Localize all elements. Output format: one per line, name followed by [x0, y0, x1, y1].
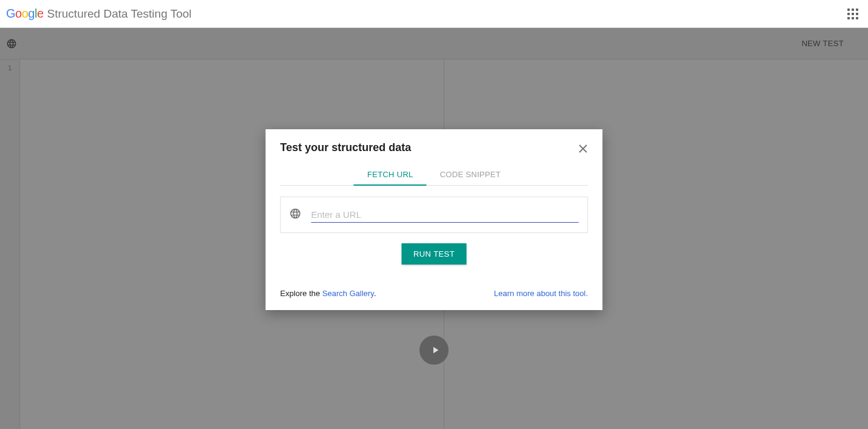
modal-tabs: FETCH URL CODE SNIPPET: [280, 164, 588, 186]
explore-suffix: .: [374, 289, 376, 298]
modal-footer: Explore the Search Gallery. Learn more a…: [266, 272, 603, 310]
modal-header: Test your structured data: [266, 129, 603, 154]
app-header: Google Structured Data Testing Tool: [0, 0, 868, 28]
url-input[interactable]: [311, 207, 579, 223]
google-logo: Google: [6, 7, 44, 21]
logo-letter: o: [15, 7, 22, 20]
search-gallery-link[interactable]: Search Gallery: [322, 289, 374, 298]
explore-prefix: Explore the: [280, 289, 322, 298]
url-input-section: [266, 186, 603, 233]
explore-text: Explore the Search Gallery.: [280, 289, 376, 298]
apps-menu-icon[interactable]: [847, 8, 858, 19]
test-modal: Test your structured data FETCH URL CODE…: [266, 129, 603, 310]
logo-letter: e: [37, 7, 44, 20]
learn-more-link[interactable]: Learn more about this tool.: [494, 289, 588, 298]
logo-letter: G: [6, 7, 15, 20]
run-fab-button[interactable]: [419, 336, 449, 365]
app-title: Structured Data Testing Tool: [47, 7, 192, 21]
logo-letter: g: [28, 7, 35, 20]
globe-icon: [290, 208, 302, 222]
logo-letter: o: [22, 7, 29, 20]
tab-fetch-url[interactable]: FETCH URL: [354, 164, 427, 185]
tab-code-snippet[interactable]: CODE SNIPPET: [427, 164, 514, 185]
run-test-button[interactable]: RUN TEST: [401, 243, 467, 265]
modal-title: Test your structured data: [280, 141, 412, 154]
run-row: RUN TEST: [266, 233, 603, 272]
close-icon[interactable]: [578, 144, 588, 154]
url-input-box: [280, 197, 588, 233]
header-left: Google Structured Data Testing Tool: [6, 7, 192, 21]
